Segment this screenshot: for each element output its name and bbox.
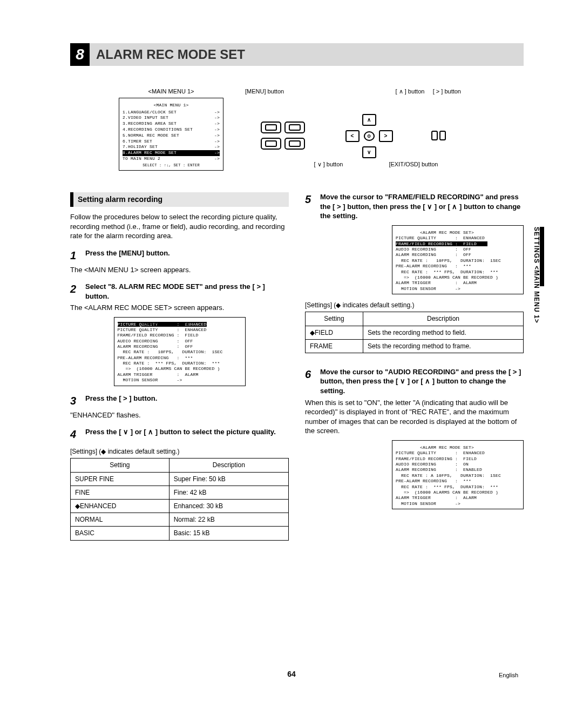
device-dpad: ∧ < > ∨ o bbox=[336, 114, 401, 157]
dpad-left-icon: < bbox=[345, 130, 360, 142]
picture-quality-table: SettingDescription SUPER FINESuper Fine:… bbox=[70, 458, 289, 540]
intro-text: Follow the procedures below to select th… bbox=[70, 212, 289, 241]
page-number: 64 bbox=[0, 669, 583, 679]
device-figure: [MENU] button [ ∧ ] button [ > ] button … bbox=[245, 87, 461, 168]
step-body: The <MAIN MENU 1> screen appears. bbox=[70, 265, 289, 275]
chapter-number: 8 bbox=[70, 43, 90, 66]
table-header: Description bbox=[363, 312, 524, 326]
frame-field-table: SettingDescription ◆FIELDSets the record… bbox=[305, 312, 524, 353]
osd-content: AUDIO RECORDING : OFF ALARM RECORDING : … bbox=[396, 247, 520, 292]
step-number: 5 bbox=[305, 192, 315, 221]
settings-caption: [Settings] (◆ indicates default setting.… bbox=[70, 447, 289, 456]
osd-screenshot-2: <ALARM REC MODE SET> PICTURE QUALITY : E… bbox=[392, 225, 524, 294]
table-row: SUPER FINESuper Fine: 50 kB bbox=[71, 472, 289, 486]
osd-screenshot-3: <ALARM REC MODE SET> PICTURE QUALITY : E… bbox=[392, 440, 524, 509]
device-button-icon bbox=[261, 122, 281, 133]
dpad-right-icon: > bbox=[379, 130, 393, 142]
osd-content: <ALARM REC MODE SET> PICTURE QUALITY : E… bbox=[118, 321, 242, 383]
settings-caption: [Settings] (◆ indicates default setting.… bbox=[305, 301, 524, 309]
menu-item: 2.VIDEO INPUT SET-> bbox=[123, 115, 220, 121]
side-tab-label: SETTINGS <MAIN MENU 1> bbox=[532, 227, 541, 323]
device-button-icon bbox=[261, 138, 281, 150]
step-number: 4 bbox=[70, 427, 80, 442]
label-down-button: [ ∨ ] button bbox=[314, 160, 343, 168]
step-heading: Select "8. ALARM REC MODE SET" and press… bbox=[85, 282, 289, 301]
step-heading: Press the [MENU] button. bbox=[85, 248, 170, 258]
main-menu-box: <MAIN MENU 1> 1.LANGUAGE/CLOCK SET-> 2.V… bbox=[119, 98, 223, 171]
step-heading: Press the [ ∨ ] or [ ∧ ] button to selec… bbox=[85, 427, 276, 437]
device-left-buttons bbox=[261, 122, 305, 150]
main-menu-figure: <MAIN MENU 1> <MAIN MENU 1> 1.LANGUAGE/C… bbox=[119, 87, 223, 171]
chapter-title-bar: 8 ALARM REC MODE SET bbox=[70, 43, 524, 66]
menu-item: 3.RECORDING AREA SET-> bbox=[123, 121, 220, 127]
dpad-down-icon: ∨ bbox=[362, 146, 376, 158]
table-header: Description bbox=[169, 459, 288, 472]
table-row: ◆FIELDSets the recording method to field… bbox=[306, 326, 524, 339]
device-small-button-icon bbox=[431, 131, 438, 140]
menu-item: 5.NORMAL REC MODE SET-> bbox=[123, 133, 220, 139]
chapter-title: ALARM REC MODE SET bbox=[96, 46, 245, 63]
step-number: 6 bbox=[305, 367, 315, 396]
dpad-center-icon: o bbox=[364, 131, 375, 141]
table-header: Setting bbox=[71, 459, 170, 472]
osd-content: <ALARM REC MODE SET> PICTURE QUALITY : E… bbox=[396, 445, 520, 507]
menu-item-selected: 8.ALARM REC MODE SET-> bbox=[123, 150, 220, 156]
table-row: BASICBasic: 15 kB bbox=[71, 527, 289, 540]
menu-item: 1.LANGUAGE/CLOCK SET-> bbox=[123, 110, 220, 116]
menu-item: 6.TIMER SET-> bbox=[123, 139, 220, 145]
main-menu-footer: SELECT : ↑↓, SET : ENTER bbox=[123, 163, 220, 168]
step-number: 2 bbox=[70, 282, 80, 301]
step-heading: Move the cursor to "AUDIO RECORDING" and… bbox=[320, 367, 524, 396]
table-row: FRAMESets the recording method to frame. bbox=[306, 339, 524, 353]
step-number: 3 bbox=[70, 394, 80, 408]
label-exit-button: [EXIT/OSD] button bbox=[389, 160, 438, 168]
label-menu-button: [MENU] button bbox=[245, 87, 284, 96]
table-row: NORMALNormal: 22 kB bbox=[71, 513, 289, 527]
device-button-icon bbox=[284, 122, 305, 133]
step-body: The <ALARM REC MODE SET> screen appears. bbox=[70, 303, 289, 313]
section-heading: Setting alarm recording bbox=[70, 192, 289, 207]
main-menu-caption: <MAIN MENU 1> bbox=[119, 87, 223, 96]
device-small-button-icon bbox=[439, 131, 446, 140]
step-heading: Press the [ > ] button. bbox=[85, 394, 157, 403]
device-button-icon bbox=[284, 138, 305, 150]
menu-item: 4.RECORDING CONDITIONS SET-> bbox=[123, 127, 220, 133]
menu-item: TO MAIN MENU 2-> bbox=[123, 156, 220, 162]
step-number: 1 bbox=[70, 248, 80, 263]
dpad-up-icon: ∧ bbox=[362, 114, 376, 126]
main-menu-header: <MAIN MENU 1> bbox=[123, 103, 220, 109]
table-header: Setting bbox=[306, 312, 363, 326]
page-language: English bbox=[499, 671, 518, 679]
osd-screenshot-1: PICTURE QUALITY : ENHANCED <ALARM REC MO… bbox=[114, 317, 246, 386]
osd-content: <ALARM REC MODE SET> PICTURE QUALITY : E… bbox=[396, 230, 520, 241]
label-up-button: [ ∧ ] button bbox=[396, 88, 425, 95]
table-row: FINEFine: 42 kB bbox=[71, 486, 289, 499]
step-heading: Move the cursor to "FRAME/FIELD RECORDIN… bbox=[320, 192, 524, 221]
step-body: When this is set to "ON", the letter "A … bbox=[305, 398, 524, 436]
label-right-button: [ > ] button bbox=[433, 88, 461, 95]
step-body: "ENHANCED" flashes. bbox=[70, 410, 289, 420]
table-row: ◆ENHANCEDEnhanced: 30 kB bbox=[71, 499, 289, 513]
device-exit-buttons bbox=[431, 131, 446, 140]
osd-line: FRAME/FIELD RECORDING : FIELD bbox=[396, 241, 487, 246]
menu-item: 7.HOLIDAY SET-> bbox=[123, 144, 220, 150]
